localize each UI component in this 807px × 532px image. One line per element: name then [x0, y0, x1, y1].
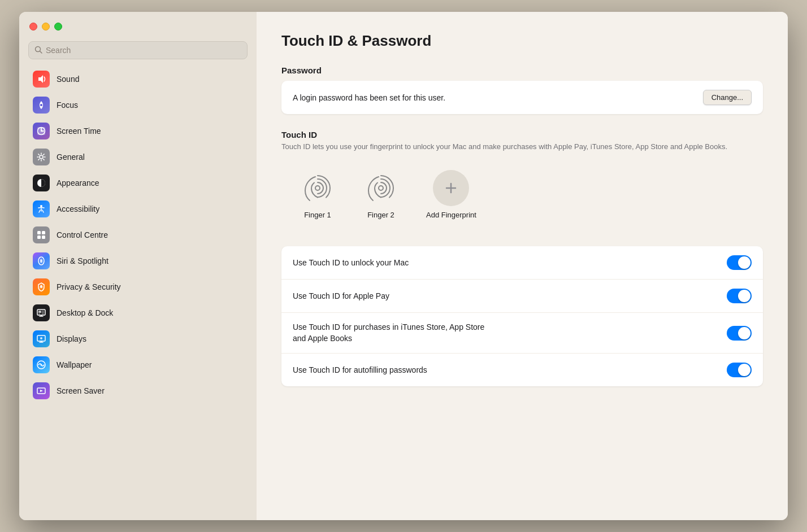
svg-point-6: [40, 155, 43, 159]
toggle-purchases-label: Use Touch ID for purchases in iTunes Sto…: [293, 322, 727, 344]
displays-icon: [33, 330, 50, 347]
toggle-knob: [738, 364, 750, 376]
sidebar: Search Sound Focus: [19, 12, 257, 520]
touchid-section: Touch ID Touch ID lets you use your fing…: [281, 130, 763, 233]
finger1-label: Finger 1: [304, 211, 331, 219]
finger2-icon: [363, 170, 399, 206]
toggle-knob: [738, 327, 750, 339]
accessibility-icon: [33, 200, 50, 217]
svg-point-25: [41, 364, 42, 366]
sidebar-item-label: Accessibility: [57, 204, 99, 213]
sidebar-item-screentime[interactable]: Screen Time: [24, 119, 252, 143]
sidebar-item-label: Appearance: [57, 178, 99, 187]
svg-rect-12: [42, 236, 45, 239]
sidebar-item-accessibility[interactable]: Accessibility: [24, 197, 252, 221]
toggle-autofill-label: Use Touch ID for autofilling passwords: [293, 365, 427, 374]
toggle-purchases-switch[interactable]: [727, 326, 752, 341]
search-placeholder: Search: [46, 46, 71, 55]
toggle-item-applepay: Use Touch ID for Apple Pay: [281, 280, 763, 313]
svg-rect-18: [38, 313, 40, 315]
sidebar-item-general[interactable]: General: [24, 145, 252, 169]
sidebar-item-screensaver[interactable]: Screen Saver: [24, 378, 252, 403]
maximize-button[interactable]: [54, 23, 62, 30]
finger1-icon: [300, 170, 336, 206]
change-password-button[interactable]: Change...: [703, 90, 752, 105]
sidebar-item-label: Wallpaper: [57, 360, 92, 369]
toggle-item-unlock: Use Touch ID to unlock your Mac: [281, 246, 763, 280]
svg-rect-21: [42, 313, 44, 315]
toggle-list: Use Touch ID to unlock your Mac Use Touc…: [281, 246, 763, 386]
sound-icon: [33, 71, 50, 88]
screensaver-icon: [33, 382, 50, 399]
sidebar-item-label: Sound: [57, 75, 79, 84]
svg-marker-2: [38, 75, 43, 83]
svg-rect-19: [42, 311, 44, 312]
add-fingerprint-item[interactable]: Add Fingerprint: [426, 170, 476, 219]
toggle-knob: [738, 290, 750, 302]
sidebar-item-controlcentre[interactable]: Control Centre: [24, 223, 252, 247]
toggle-unlock-label: Use Touch ID to unlock your Mac: [293, 258, 409, 267]
siri-icon: [33, 252, 50, 269]
sidebar-item-label: Screen Saver: [57, 386, 105, 395]
add-fingerprint-button[interactable]: [433, 170, 469, 206]
touchid-title: Touch ID: [281, 130, 763, 139]
sidebar-item-label: Screen Time: [57, 127, 101, 136]
sidebar-item-siri[interactable]: Siri & Spotlight: [24, 248, 252, 273]
sidebar-item-label: General: [57, 152, 85, 162]
sidebar-item-focus[interactable]: Focus: [24, 93, 252, 117]
sidebar-item-displays[interactable]: Displays: [24, 326, 252, 351]
close-button[interactable]: [29, 23, 37, 30]
toggle-applepay-switch[interactable]: [727, 289, 752, 303]
main-content: Touch ID & Password Password A login pas…: [257, 12, 788, 520]
toggle-item-autofill: Use Touch ID for autofilling passwords: [281, 354, 763, 386]
sidebar-item-privacy[interactable]: Privacy & Security: [24, 274, 252, 299]
sidebar-item-appearance[interactable]: Appearance: [24, 171, 252, 195]
finger1-item[interactable]: Finger 1: [300, 170, 336, 219]
desktop-icon: [33, 304, 50, 321]
finger2-item[interactable]: Finger 2: [363, 170, 399, 219]
sidebar-item-label: Displays: [57, 334, 86, 343]
password-card: A login password has been set for this u…: [281, 81, 763, 114]
sidebar-item-label: Control Centre: [57, 230, 108, 239]
svg-marker-27: [40, 390, 43, 392]
password-section-title: Password: [281, 66, 763, 75]
controlcentre-icon: [33, 226, 50, 243]
touchid-description: Touch ID lets you use your fingerprint t…: [281, 142, 763, 152]
svg-point-8: [40, 205, 42, 207]
privacy-icon: [33, 278, 50, 295]
svg-line-1: [40, 51, 42, 53]
svg-rect-17: [38, 311, 41, 313]
svg-point-29: [379, 186, 383, 190]
svg-rect-20: [42, 312, 44, 313]
toggle-item-purchases: Use Touch ID for purchases in iTunes Sto…: [281, 313, 763, 354]
fingerprints-row: Finger 1 Finger 2: [281, 156, 763, 233]
toggle-unlock-switch[interactable]: [727, 255, 752, 270]
general-icon: [33, 149, 50, 165]
toggle-applepay-label: Use Touch ID for Apple Pay: [293, 291, 389, 300]
app-window: Search Sound Focus: [19, 12, 788, 520]
finger2-label: Finger 2: [367, 211, 394, 219]
sidebar-item-sound[interactable]: Sound: [24, 67, 252, 91]
sidebar-item-label: Focus: [57, 101, 78, 110]
add-fingerprint-label: Add Fingerprint: [426, 211, 476, 219]
wallpaper-icon: [33, 356, 50, 373]
search-icon: [34, 46, 42, 55]
touchid-header: Touch ID Touch ID lets you use your fing…: [281, 130, 763, 152]
search-bar[interactable]: Search: [28, 41, 248, 59]
svg-rect-10: [42, 231, 45, 234]
appearance-icon: [33, 175, 50, 191]
sidebar-item-desktop[interactable]: Desktop & Dock: [24, 300, 252, 325]
svg-rect-11: [37, 236, 41, 239]
focus-icon: [33, 97, 50, 114]
svg-point-28: [315, 186, 320, 190]
sidebar-item-label: Siri & Spotlight: [57, 256, 109, 265]
sidebar-item-wallpaper[interactable]: Wallpaper: [24, 352, 252, 377]
titlebar: [19, 12, 257, 41]
password-message: A login password has been set for this u…: [293, 93, 445, 102]
toggle-autofill-switch[interactable]: [727, 363, 752, 377]
sidebar-item-label: Privacy & Security: [57, 282, 121, 291]
page-title: Touch ID & Password: [281, 32, 763, 50]
minimize-button[interactable]: [42, 23, 50, 30]
svg-rect-9: [37, 231, 41, 234]
toggle-knob: [738, 256, 750, 269]
